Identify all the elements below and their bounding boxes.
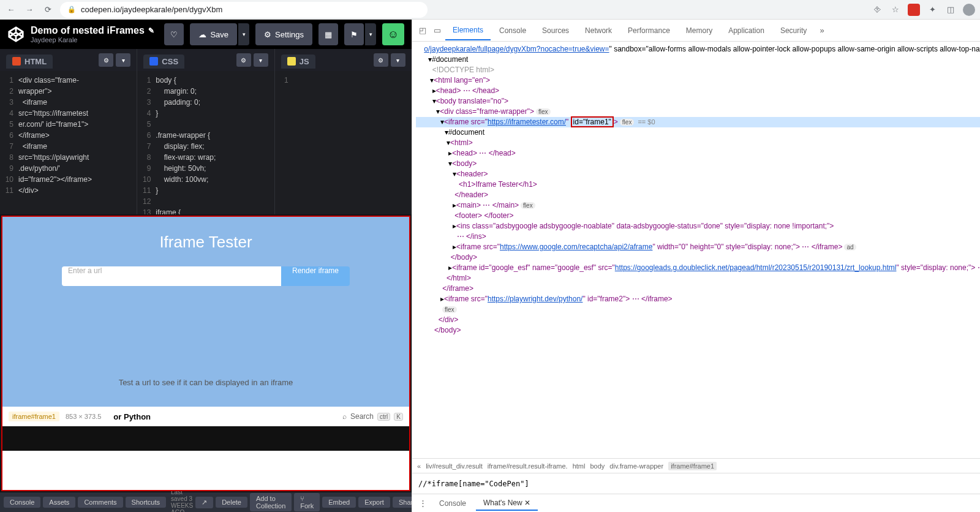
- inspect-tooltip-dims: 853 × 373.5: [66, 413, 101, 420]
- tab-application[interactable]: Application: [721, 21, 772, 40]
- close-icon[interactable]: ✕: [524, 499, 530, 507]
- edit-title-icon[interactable]: ✎: [148, 26, 154, 35]
- tab-performance[interactable]: Performance: [620, 21, 677, 40]
- codepen-logo[interactable]: [7, 26, 24, 43]
- tab-memory[interactable]: Memory: [679, 21, 720, 40]
- devtools-drawer: ⋮ Console What's New ✕ ✕: [412, 494, 980, 512]
- playwright-text: or Python: [107, 411, 157, 423]
- cloud-icon: ☁: [198, 30, 206, 39]
- forward-button[interactable]: →: [23, 4, 36, 16]
- footer-comments-button[interactable]: Comments: [78, 497, 123, 508]
- layout-button[interactable]: ▦: [318, 23, 338, 45]
- url-text: codepen.io/jaydeepkarale/pen/dygvXbm: [81, 5, 222, 14]
- iframe-url-input[interactable]: Enter a url: [62, 266, 281, 286]
- footer-delete-button[interactable]: Delete: [216, 497, 247, 508]
- iframe-tester-heading: Iframe Tester: [159, 233, 252, 252]
- user-avatar[interactable]: ☺: [382, 23, 404, 45]
- js-panel: JS ⚙▾ 1: [275, 49, 412, 214]
- dom-search-input[interactable]: [418, 480, 980, 488]
- tab-network[interactable]: Network: [578, 21, 619, 40]
- footer-fork-button[interactable]: ⑂ Fork: [294, 493, 320, 511]
- tab-security[interactable]: Security: [773, 21, 814, 40]
- css-panel: CSS ⚙▾ 12345678910111213 body { margin: …: [137, 49, 274, 214]
- save-button[interactable]: ☁Save: [190, 23, 237, 45]
- js-gear-icon[interactable]: ⚙: [374, 53, 388, 67]
- js-chevron-icon[interactable]: ▾: [391, 53, 405, 67]
- tab-elements[interactable]: Elements: [445, 21, 491, 40]
- css-gear-icon[interactable]: ⚙: [236, 53, 251, 67]
- pen-author: Jaydeep Karale: [31, 36, 158, 43]
- footer-shortcuts-button[interactable]: Shortcuts: [126, 497, 166, 508]
- dom-search-bar: 0 of 0 ˄ ˅ Cancel: [412, 473, 980, 494]
- address-bar[interactable]: 🔒 codepen.io/jaydeepkarale/pen/dygvXbm: [60, 2, 428, 18]
- devtools-tabs: ◰ ▭ Elements Console Sources Network Per…: [412, 20, 980, 42]
- highlighted-id-attr: id="frame1": [571, 116, 614, 127]
- footer-add-collection-button[interactable]: Add to Collection: [250, 493, 292, 511]
- last-saved-text: Last saved 3 WEEKS AGO: [171, 489, 193, 512]
- crumb-chevron-left-icon[interactable]: «: [417, 462, 421, 470]
- inspect-element-icon[interactable]: ◰: [416, 24, 429, 37]
- inspect-tooltip-selector: iframe#frame1: [9, 412, 59, 421]
- html-icon: [12, 57, 21, 66]
- pen-title: Demo of nested iFrames: [31, 25, 145, 36]
- breadcrumb[interactable]: « liv#result_div.result iframe#result.re…: [412, 458, 980, 473]
- bookmark-icon[interactable]: ☆: [889, 4, 902, 16]
- footer-embed-button[interactable]: Embed: [322, 497, 356, 508]
- html-chevron-icon[interactable]: ▾: [116, 53, 130, 67]
- open-new-icon[interactable]: ↗: [195, 497, 213, 508]
- iframe-hint-text: Test a url to see if it can be displayed…: [119, 378, 293, 387]
- extension-icon[interactable]: [908, 4, 920, 16]
- install-icon[interactable]: ⯑: [871, 4, 883, 16]
- profile-avatar[interactable]: [963, 4, 975, 16]
- html-gear-icon[interactable]: ⚙: [99, 53, 113, 67]
- pin-dropdown[interactable]: ▾: [365, 23, 376, 45]
- drawer-tab-console[interactable]: Console: [432, 497, 473, 510]
- html-editor[interactable]: 1234567891011 <div class="frame- wrapper…: [0, 71, 137, 214]
- css-editor[interactable]: 12345678910111213 body { margin: 0; padd…: [137, 71, 274, 214]
- js-editor[interactable]: 1: [275, 71, 412, 214]
- more-tabs-icon[interactable]: »: [815, 24, 829, 37]
- lock-icon: 🔒: [67, 6, 76, 13]
- footer-assets-button[interactable]: Assets: [43, 497, 75, 508]
- settings-button[interactable]: ⚙Settings: [255, 23, 312, 45]
- js-tab[interactable]: JS: [281, 55, 315, 69]
- render-iframe-button[interactable]: Render iframe: [281, 266, 350, 286]
- html-tab[interactable]: HTML: [6, 55, 53, 69]
- css-icon: [149, 57, 158, 66]
- save-dropdown[interactable]: ▾: [238, 23, 249, 45]
- side-panel-icon[interactable]: ◫: [944, 4, 957, 16]
- footer-console-button[interactable]: Console: [4, 497, 40, 508]
- pin-button[interactable]: ⚑: [344, 23, 364, 45]
- dom-tree[interactable]: o/jaydeepkarale/fullpage/dygvXbm?nocache…: [412, 42, 980, 458]
- gear-icon: ⚙: [264, 30, 271, 39]
- css-tab[interactable]: CSS: [143, 55, 184, 69]
- codepen-header: Demo of nested iFrames✎ Jaydeep Karale ♡…: [0, 20, 412, 49]
- preview-area: Iframe Tester Enter a url Render iframe …: [1, 216, 410, 491]
- back-button[interactable]: ←: [5, 4, 17, 16]
- like-button[interactable]: ♡: [164, 23, 184, 45]
- css-chevron-icon[interactable]: ▾: [254, 53, 268, 67]
- footer-export-button[interactable]: Export: [358, 497, 390, 508]
- codepen-footer: Console Assets Comments Shortcuts Last s…: [0, 492, 412, 512]
- tab-sources[interactable]: Sources: [535, 21, 576, 40]
- search-icon: ⌕: [342, 412, 347, 421]
- drawer-tab-whatsnew[interactable]: What's New ✕: [476, 496, 538, 511]
- html-panel: HTML ⚙▾ 1234567891011 <div class="frame-…: [0, 49, 137, 214]
- tab-console[interactable]: Console: [492, 21, 533, 40]
- reload-button[interactable]: ⟳: [42, 4, 54, 16]
- extensions-icon[interactable]: ✦: [926, 4, 938, 16]
- drawer-menu-icon[interactable]: ⋮: [416, 497, 429, 510]
- js-icon: [287, 57, 296, 66]
- playwright-search[interactable]: ⌕ Search ctrl K: [342, 412, 403, 421]
- device-toggle-icon[interactable]: ▭: [431, 24, 444, 37]
